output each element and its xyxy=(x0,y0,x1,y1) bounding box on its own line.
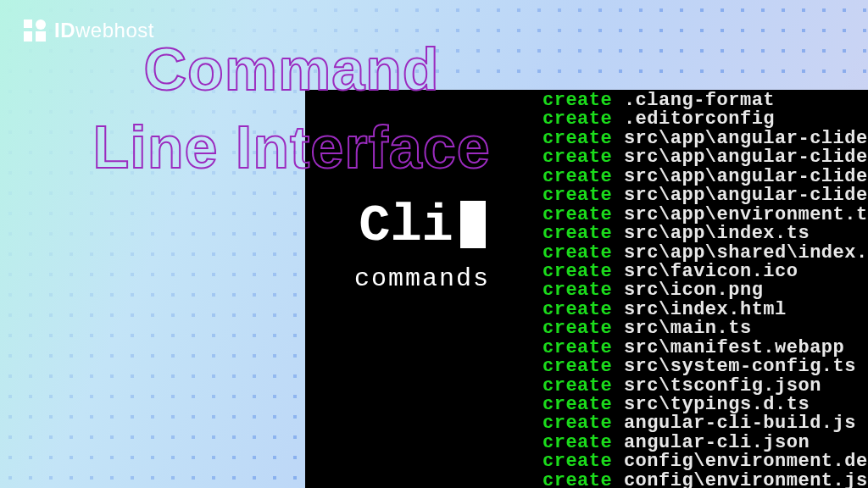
output-row: create src\system-config.ts xyxy=(542,358,868,376)
keyword: create xyxy=(542,470,612,488)
output-row: create src\icon.png xyxy=(542,281,868,300)
cursor-icon xyxy=(460,201,486,248)
path: config\environment.js xyxy=(612,470,867,488)
output-row: create config\environment.dev.t xyxy=(542,452,868,471)
output-row: create src\app\index.ts xyxy=(542,225,868,243)
output-row: create config\environment.js xyxy=(542,472,868,488)
keyword: create xyxy=(542,242,612,263)
output-row: create src\tsconfig.json xyxy=(542,377,868,396)
path: angular-cli-build.js xyxy=(612,413,856,434)
keyword: create xyxy=(542,318,612,339)
path: config\environment.dev.t xyxy=(612,451,868,472)
headline-title: Command Line Interface xyxy=(29,30,554,187)
output-row: create src\manifest.webapp xyxy=(542,339,868,358)
output-row: create src\app\angular-clidemo- xyxy=(542,130,868,148)
keyword: create xyxy=(542,394,612,415)
keyword: create xyxy=(542,451,612,472)
path: src\main.ts xyxy=(612,318,751,339)
keyword: create xyxy=(542,204,612,225)
path: src\index.html xyxy=(612,299,787,320)
output-row: create src\app\angular-clidemo- xyxy=(542,186,868,205)
keyword: create xyxy=(542,299,612,320)
output-row: create .clang-format xyxy=(542,92,868,110)
output-row: create src\index.html xyxy=(542,301,868,319)
output-row: create angular-cli.json xyxy=(542,434,868,452)
path: .editorconfig xyxy=(612,108,775,130)
output-row: create src\main.ts xyxy=(542,319,868,338)
keyword: create xyxy=(542,375,612,396)
terminal-overlay: Cli commands xyxy=(320,200,524,293)
cli-heading: Cli xyxy=(359,200,486,252)
keyword: create xyxy=(542,185,612,206)
path: src\manifest.webapp xyxy=(612,337,844,358)
keyword: create xyxy=(542,413,612,434)
path: src\system-config.ts xyxy=(612,356,856,377)
path: src\app\index.ts xyxy=(612,223,810,244)
terminal-output: create .clang-formatcreate .editorconfig… xyxy=(542,92,868,488)
output-row: create src\typings.d.ts xyxy=(542,396,868,414)
output-row: create src\app\angular-clidemo- xyxy=(542,168,868,186)
keyword: create xyxy=(542,280,612,301)
output-row: create src\app\shared\index.ts xyxy=(542,244,868,263)
cli-text: Cli xyxy=(359,200,453,252)
output-row: create src\app\environment.ts xyxy=(542,206,868,225)
keyword: create xyxy=(542,356,612,377)
keyword: create xyxy=(542,223,612,244)
commands-subheading: commands xyxy=(320,264,524,293)
path: src\typings.d.ts xyxy=(612,394,810,415)
keyword: create xyxy=(542,337,612,358)
path: src\app\angular-clidemo- xyxy=(612,166,868,187)
path: src\favicon.ico xyxy=(612,261,798,282)
output-row: create src\app\angular-clidemo- xyxy=(542,148,868,167)
path: src\app\angular-clidemo- xyxy=(612,185,868,206)
path: src\app\environment.ts xyxy=(612,204,868,225)
keyword: create xyxy=(542,261,612,282)
output-row: create .editorconfig xyxy=(542,110,868,129)
path: src\tsconfig.json xyxy=(612,375,821,396)
output-row: create angular-cli-build.js xyxy=(542,414,868,433)
path: src\app\angular-clidemo- xyxy=(612,147,868,168)
path: src\app\shared\index.ts xyxy=(612,242,868,263)
output-row: create src\favicon.ico xyxy=(542,263,868,281)
path: src\app\angular-clidemo- xyxy=(612,128,868,149)
path: angular-cli.json xyxy=(612,432,810,453)
path: .clang-format xyxy=(612,90,775,111)
path: src\icon.png xyxy=(612,280,763,301)
keyword: create xyxy=(542,432,612,453)
